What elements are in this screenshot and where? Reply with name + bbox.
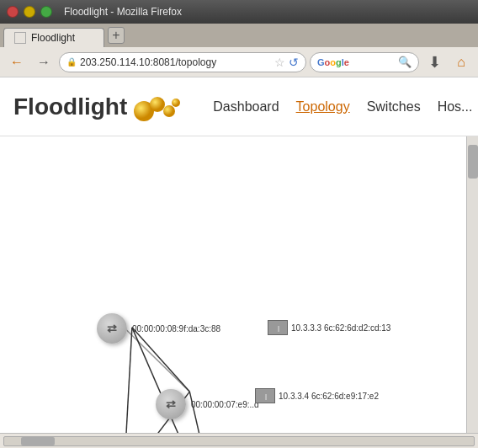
tab-label: Floodlight [31, 32, 75, 44]
logo-bubbles [127, 86, 186, 128]
floodlight-logo: Floodlight [13, 86, 186, 128]
active-tab[interactable]: Floodlight [3, 28, 104, 47]
app-header: Floodlight [0, 77, 478, 136]
switch-node-2[interactable]: ⇄ 00:00:00:07:e9:..d [156, 389, 259, 419]
back-button[interactable]: ← [5, 51, 29, 74]
horizontal-scroll-thumb[interactable] [21, 437, 55, 445]
switch-label-2: 00:00:00:07:e9:..d [191, 400, 259, 409]
window-title: Floodlight - Mozilla Firefox [64, 6, 182, 18]
tab-favicon [14, 32, 26, 44]
google-logo: Google [317, 57, 349, 67]
maximize-button[interactable] [40, 6, 52, 18]
nav-topology[interactable]: Topology [296, 99, 350, 115]
svg-point-2 [163, 105, 175, 117]
tab-bar: Floodlight + [0, 24, 478, 47]
nav-switches[interactable]: Switches [367, 99, 421, 115]
download-button[interactable]: ⬇ [422, 51, 446, 74]
switch-icon-2: ⇄ [156, 389, 186, 419]
new-tab-icon: + [112, 28, 120, 43]
forward-button[interactable]: → [32, 51, 56, 74]
search-icon[interactable]: 🔍 [398, 56, 412, 68]
topology-content: ⇄ 00:00:00:08:9f:da:3c:88 ⇄ 00:00:00:07:… [0, 136, 478, 433]
address-bar[interactable]: 🔒 203.250.114.10:8081/topology ☆ ↺ [59, 52, 306, 72]
search-box[interactable]: Google 🔍 [310, 52, 419, 72]
home-button[interactable]: ⌂ [449, 51, 473, 74]
switch-label-1: 00:00:00:08:9f:da:3c:88 [132, 324, 220, 333]
scrollbar-track[interactable] [466, 136, 478, 433]
address-text: 203.250.114.10:8081/topology [80, 56, 271, 68]
host-2: 10.3.3.4 6c:62:6d:e9:17:e2 [255, 388, 379, 403]
page-refresh-icon[interactable]: ↺ [289, 56, 299, 69]
bookmark-icon: ☆ [274, 56, 285, 69]
switch-icon-1: ⇄ [97, 313, 127, 344]
new-tab-button[interactable]: + [108, 27, 125, 44]
nav-dashboard[interactable]: Dashboard [213, 99, 279, 115]
window-titlebar: Floodlight - Mozilla Firefox [0, 0, 478, 24]
app-nav: Dashboard Topology Switches Hos... [213, 99, 472, 115]
nav-hosts[interactable]: Hos... [438, 99, 473, 115]
svg-point-1 [150, 97, 165, 112]
host-1: 10.3.3.3 6c:62:6d:d2:cd:13 [268, 320, 390, 335]
logo-text: Floodlight [13, 93, 127, 120]
switch-node-1[interactable]: ⇄ 00:00:00:08:9f:da:3c:88 [97, 313, 220, 344]
status-bar [0, 433, 478, 448]
host-icon-1 [268, 320, 288, 335]
navigation-bar: ← → 🔒 203.250.114.10:8081/topology ☆ ↺ G… [0, 47, 478, 77]
svg-point-3 [172, 99, 180, 107]
scrollbar-thumb[interactable] [468, 145, 478, 179]
host-icon-2 [255, 388, 275, 403]
minimize-button[interactable] [24, 6, 35, 18]
horizontal-scrollbar[interactable] [3, 436, 475, 446]
address-icon: 🔒 [66, 57, 77, 67]
host-label-2: 10.3.3.4 6c:62:6d:e9:17:e2 [279, 392, 379, 401]
close-button[interactable] [7, 6, 19, 18]
host-label-1: 10.3.3.3 6c:62:6d:d2:cd:13 [291, 323, 390, 333]
